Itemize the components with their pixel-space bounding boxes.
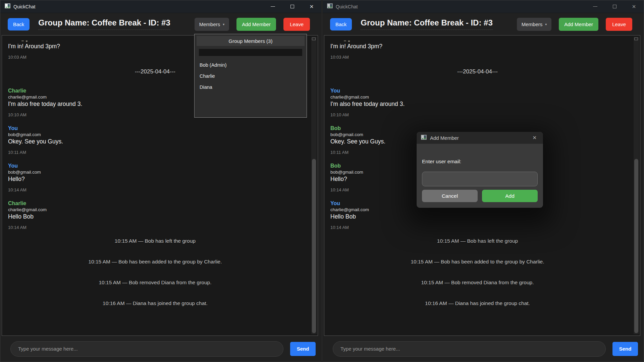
message-timestamp: 10:10 AM <box>330 112 625 117</box>
date-separator: ---2025-04-04--- <box>330 68 625 75</box>
chat-message: Charlie charlie@gmail.com Hello Bob 10:1… <box>8 200 302 230</box>
app-title: QuickChat <box>13 4 35 9</box>
back-button[interactable]: Back <box>330 18 352 31</box>
scrollbar-cap <box>312 38 316 40</box>
window-right: QuickChat ✕ Back Group Name: Coffee Brea… <box>322 0 644 362</box>
window-controls: ✕ <box>585 0 644 13</box>
app-title: QuickChat <box>336 4 358 9</box>
member-list-item[interactable]: Bob (Admin) <box>195 60 307 71</box>
system-message: 10:15 AM — Bob removed Diana from the gr… <box>8 280 302 286</box>
leave-button[interactable]: Leave <box>606 18 632 31</box>
message-text: Okey. See you Guys. <box>8 138 302 145</box>
composer-bar: Send <box>0 336 321 362</box>
chat-scrollbar[interactable] <box>311 37 317 334</box>
message-sender-name: You <box>330 88 625 94</box>
message-sender-name: Charlie <box>8 200 302 206</box>
add-confirm-button[interactable]: Add <box>482 190 538 202</box>
member-filter-input[interactable] <box>199 49 302 56</box>
maximize-button[interactable] <box>282 0 302 13</box>
page-title: Group Name: Coffee Break - ID: #3 <box>361 18 492 30</box>
send-button[interactable]: Send <box>290 342 316 356</box>
message-timestamp: 10:14 AM <box>330 225 625 230</box>
dialog-close-button[interactable]: ✕ <box>530 134 539 141</box>
message-text: Hello Bob <box>330 213 625 220</box>
group-header: Back Group Name: Coffee Break - ID: #3 M… <box>0 13 321 35</box>
maximize-icon <box>290 5 294 8</box>
message-input[interactable] <box>333 341 606 357</box>
member-list-item[interactable]: Charlie <box>195 71 307 82</box>
scrollbar-thumb[interactable] <box>634 159 638 333</box>
minimize-button[interactable] <box>263 0 282 13</box>
minimize-button[interactable] <box>585 0 605 13</box>
message-text: Hello? <box>8 176 302 183</box>
message-timestamp: 10:11 AM <box>8 150 302 155</box>
message-sender-name: You <box>8 163 302 169</box>
message-timestamp: 10:03 AM <box>330 55 625 60</box>
close-icon: ✕ <box>310 4 314 9</box>
chat-message: You bob@gmail.com Okey. See you Guys. 10… <box>8 125 302 155</box>
add-member-button[interactable]: Add Member <box>236 18 276 31</box>
system-message: 10:15 AM — Bob removed Diana from the gr… <box>330 280 625 286</box>
message-sender-name: You <box>8 125 302 131</box>
system-message: 10:15 AM — Bob has left the group <box>8 238 302 244</box>
close-button[interactable]: ✕ <box>302 0 321 13</box>
message-input[interactable] <box>10 341 283 357</box>
window-left: QuickChat ✕ Back Group Name: Coffee Brea… <box>0 0 322 362</box>
message-sender-email: charlie@gmail.com <box>8 207 302 212</box>
members-button-label: Members <box>199 21 220 27</box>
members-dropdown-button[interactable]: Members ▾ <box>195 18 229 31</box>
chevron-down-icon: ▾ <box>545 22 547 26</box>
close-icon: ✕ <box>632 4 636 9</box>
clipped-previous-text <box>330 40 625 42</box>
chat-scrollbar[interactable] <box>634 37 639 334</box>
email-label: Enter user email: <box>422 159 538 165</box>
message-sender-name: Bob <box>330 125 625 131</box>
system-message: 10:15 AM — Bob has been added to the gro… <box>8 259 302 265</box>
message-text: I'm also free today around 3. <box>330 101 625 108</box>
composer-bar: Send <box>323 336 644 362</box>
close-button[interactable]: ✕ <box>624 0 644 13</box>
app-icon <box>5 3 10 10</box>
message-sender-email: bob@gmail.com <box>8 132 302 137</box>
members-button-label: Members <box>522 21 543 27</box>
app-icon <box>421 135 427 141</box>
member-list-item[interactable]: Diana <box>195 82 307 93</box>
page-title: Group Name: Coffee Break - ID: #3 <box>38 18 170 30</box>
dialog-titlebar: Add Member ✕ <box>417 132 543 144</box>
members-list: Bob (Admin) Charlie Diana <box>195 60 307 93</box>
dialog-title: Add Member <box>430 135 459 141</box>
chat-message: You charlie@gmail.com I'm also free toda… <box>330 88 625 117</box>
system-message: 10:16 AM — Diana has joined the group ch… <box>330 300 625 306</box>
minimize-icon <box>593 6 597 7</box>
chat-message: You bob@gmail.com Hello? 10:14 AM <box>8 163 302 192</box>
leave-button[interactable]: Leave <box>283 18 310 31</box>
add-member-dialog: Add Member ✕ Enter user email: Cancel Ad… <box>417 132 543 208</box>
message-text: I'm in! Around 3pm? <box>330 43 625 50</box>
chat-message: I'm in! Around 3pm? 10:03 AM <box>330 40 625 60</box>
add-member-email-input[interactable] <box>422 172 538 186</box>
message-sender-email: charlie@gmail.com <box>330 207 625 212</box>
cancel-button[interactable]: Cancel <box>422 190 478 202</box>
app-icon <box>327 3 333 10</box>
maximize-icon <box>613 5 616 8</box>
message-sender-email: charlie@gmail.com <box>330 95 625 100</box>
chevron-down-icon: ▾ <box>223 22 224 26</box>
message-sender-email: bob@gmail.com <box>8 170 302 175</box>
system-message: 10:15 AM — Bob has left the group <box>330 238 625 244</box>
members-dropdown-button[interactable]: Members ▾ <box>517 18 552 31</box>
maximize-button[interactable] <box>605 0 624 13</box>
scrollbar-cap <box>634 38 638 40</box>
scrollbar-thumb[interactable] <box>312 159 316 333</box>
close-icon: ✕ <box>532 135 537 140</box>
send-button[interactable]: Send <box>612 342 638 356</box>
dialog-body: Enter user email: Cancel Add <box>417 159 543 202</box>
system-message: 10:15 AM — Bob has been added to the gro… <box>330 259 625 265</box>
members-dropdown-panel: Group Members (3) Bob (Admin) Charlie Di… <box>194 34 307 118</box>
members-dropdown-title: Group Members (3) <box>197 36 305 46</box>
message-text: Hello Bob <box>8 213 302 220</box>
group-header: Back Group Name: Coffee Break - ID: #3 M… <box>323 13 644 35</box>
system-message: 10:16 AM — Diana has joined the group ch… <box>8 300 302 306</box>
minimize-icon <box>271 6 275 7</box>
back-button[interactable]: Back <box>8 18 30 31</box>
add-member-button[interactable]: Add Member <box>559 18 598 31</box>
